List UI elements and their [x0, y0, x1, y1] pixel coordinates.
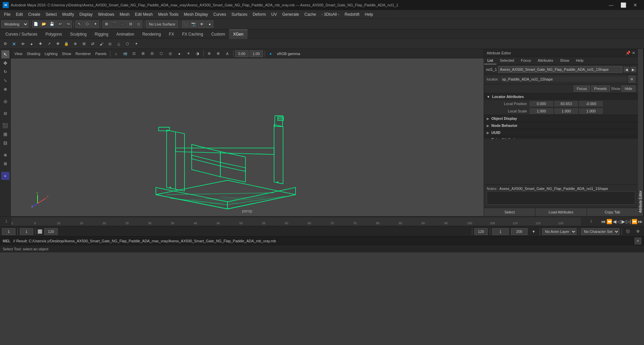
local-scale-z[interactable] [579, 108, 603, 114]
snap-to-point-button[interactable]: · [119, 20, 126, 28]
render-button[interactable]: ● [206, 20, 213, 28]
tab-custom[interactable]: Custom [207, 30, 229, 39]
snap-layout-1[interactable]: ⬛ [1, 121, 9, 130]
vp-menu-renderer[interactable]: Renderer [74, 51, 93, 56]
measure-tool-button[interactable]: ⊞ [1, 160, 9, 168]
vp-menu-show[interactable]: Show [60, 51, 73, 56]
transport-last-frame[interactable]: ⏭ [638, 219, 643, 224]
ae-tab-attributes[interactable]: Attributes [534, 57, 556, 64]
soft-select-button[interactable]: ◎ [1, 97, 9, 105]
menu-3dtoall[interactable]: - 3DtoAll - [319, 11, 342, 17]
local-pos-x[interactable] [530, 101, 553, 106]
ae-close-button[interactable]: ✕ [632, 51, 635, 55]
viewport[interactable]: X Y Z persp [11, 58, 484, 216]
vp-smooth-btn[interactable]: ◎ [166, 50, 174, 58]
snap-layout-2[interactable]: ⊞ [1, 130, 9, 138]
transport-step-back[interactable]: ◀ [613, 219, 616, 224]
tb2-deform[interactable]: ✦ [132, 40, 140, 48]
menu-create[interactable]: Create [25, 11, 43, 17]
tab-curves-surfaces[interactable]: Curves / Surfaces [1, 30, 41, 39]
live-surface-button[interactable]: No Live Surface [146, 20, 178, 28]
tb2-settings[interactable]: ⚙ [1, 40, 9, 48]
transport-next-key[interactable]: ⏩ [632, 219, 637, 224]
vp-layout-btn[interactable]: ⊞ [139, 50, 147, 58]
section-uuid-header[interactable]: ▶ UUID [484, 129, 638, 136]
open-scene-button[interactable]: 📂 [40, 20, 48, 28]
tb2-lock[interactable]: 🔒 [62, 40, 70, 48]
snap-to-curve-button[interactable]: ⌒ [111, 20, 118, 28]
frame-end-display[interactable] [44, 228, 58, 235]
auto-key-button[interactable]: ⚫ [624, 228, 632, 236]
ae-presets-button[interactable]: Presets [591, 86, 610, 92]
tab-polygons[interactable]: Polygons [41, 30, 66, 39]
menu-cache[interactable]: Cache [302, 11, 319, 17]
lasso-select-button[interactable]: ⬡ [84, 20, 91, 28]
tb2-arrow[interactable]: ↗ [45, 40, 53, 48]
playback-start-input[interactable] [492, 228, 509, 235]
ae-focus-button[interactable]: Focus [574, 86, 590, 92]
tb2-add-node[interactable]: ✚ [36, 40, 44, 48]
vp-isolate-btn[interactable]: ⊛ [205, 50, 213, 58]
script-editor-button[interactable]: ≡ [635, 238, 641, 244]
tb2-brush[interactable]: ◎ [106, 40, 114, 48]
notes-textarea[interactable] [487, 191, 635, 205]
frame-start-field[interactable] [20, 228, 33, 235]
new-scene-button[interactable]: 📄 [32, 20, 40, 28]
input-output-button[interactable]: ⬛ [182, 20, 189, 28]
select-tool-button[interactable]: ↖ [75, 20, 83, 28]
vp-shadow-btn[interactable]: ◑ [194, 50, 202, 58]
local-pos-y[interactable] [554, 101, 578, 106]
menu-file[interactable]: File [1, 11, 13, 17]
tab-fx-caching[interactable]: FX Caching [178, 30, 207, 39]
ae-tab-selected[interactable]: Selected [496, 57, 518, 64]
tab-animation[interactable]: Animation [112, 30, 138, 39]
ae-tab-help[interactable]: Help [573, 57, 587, 64]
vp-color-btn[interactable]: ● [267, 50, 275, 58]
move-tool-button[interactable]: ✥ [1, 59, 9, 67]
select-mode-button[interactable]: ↖ [1, 50, 9, 58]
ae-select-button[interactable]: Select [484, 208, 535, 216]
paint-effects-button[interactable]: ⊕ [1, 151, 9, 159]
section-locator-header[interactable]: ▼ Locator Attributes [484, 93, 638, 100]
tb2-xgen-icon1[interactable]: ✕ [10, 40, 18, 48]
character-set-dropdown[interactable]: No Character Set [581, 228, 620, 235]
vp-fit-btn[interactable]: ⊡ [130, 50, 138, 58]
anim-layer-dropdown[interactable]: No Anim Layer [542, 228, 577, 235]
ae-hide-button[interactable]: Hide [622, 86, 635, 92]
camera-button[interactable]: 📷 [190, 20, 197, 28]
paint-select-button[interactable]: ✦ [92, 20, 99, 28]
maximize-button[interactable]: ⬜ [617, 0, 629, 10]
ae-pin-button[interactable]: 📌 [626, 51, 631, 55]
universal-tool-button[interactable]: ⊕ [1, 85, 9, 93]
anim-prefs-button[interactable]: ⚙ [634, 228, 642, 236]
bottom-icon1[interactable]: ● [1, 172, 9, 180]
menu-surfaces[interactable]: Surfaces [229, 11, 250, 17]
ae-load-attributes-button[interactable]: Load Attributes [535, 208, 587, 216]
tab-xgen[interactable]: XGen [229, 30, 248, 39]
snap-to-grid-button[interactable]: ⊞ [103, 20, 110, 28]
menu-windows[interactable]: Windows [95, 11, 117, 17]
menu-help[interactable]: Help [362, 11, 376, 17]
mode-select[interactable]: Modeling Rigging Animation Rendering Dyn… [1, 20, 29, 28]
tb2-sculpt[interactable]: △ [115, 40, 123, 48]
vp-menu-view[interactable]: View [13, 51, 24, 56]
vp-display-btn[interactable]: ⊕ [214, 50, 222, 58]
local-scale-x[interactable] [530, 108, 553, 114]
ae-copy-tab-button[interactable]: Copy Tab [587, 208, 638, 216]
scale-tool-button[interactable]: ⤡ [1, 77, 9, 85]
vp-light-btn[interactable]: ☀ [184, 50, 193, 58]
menu-curves[interactable]: Curves [211, 11, 229, 17]
cam-far-clip[interactable] [250, 50, 263, 57]
section-node-behavior-header[interactable]: ▶ Node Behavior [484, 122, 638, 129]
transport-play-fwd[interactable]: ▶ [622, 219, 625, 224]
ae-tab-focus[interactable]: Focus [518, 57, 534, 64]
minimize-button[interactable]: — [605, 0, 617, 10]
vp-wire-btn[interactable]: ⬡ [157, 50, 165, 58]
tb2-move[interactable]: ✥ [54, 40, 62, 48]
transport-first-frame[interactable]: ⏮ [601, 219, 606, 224]
node-full-name-input[interactable] [498, 66, 623, 73]
menu-edit-mesh[interactable]: Edit Mesh [132, 11, 155, 17]
transport-prev-key[interactable]: ⏪ [606, 219, 612, 224]
menu-mesh-display[interactable]: Mesh Display [181, 11, 211, 17]
snap-to-view-button[interactable]: ⊟ [127, 20, 134, 28]
